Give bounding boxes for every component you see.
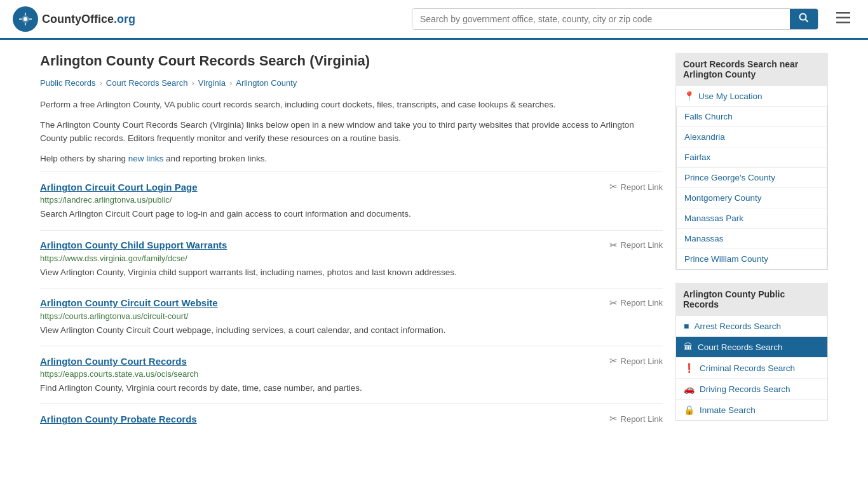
hamburger-menu-button[interactable] (831, 8, 855, 30)
description-2: The Arlington County Court Records Searc… (40, 118, 663, 146)
breadcrumb: Public Records › Court Records Search › … (40, 78, 663, 88)
nearby-link[interactable]: Prince George's County (677, 168, 827, 187)
nearby-link[interactable]: Manassas Park (677, 208, 827, 228)
search-input[interactable] (412, 9, 790, 29)
scissors-icon: ✂ (609, 240, 618, 251)
svg-line-3 (806, 20, 808, 22)
report-link-button[interactable]: ✂ Report Link (609, 297, 663, 309)
result-title[interactable]: Arlington Circuit Court Login Page (40, 182, 198, 193)
list-item: Manassas Park (677, 208, 827, 229)
list-item: 🚗 Driving Records Search (676, 379, 827, 400)
criminal-records-link[interactable]: ❗ Criminal Records Search (676, 358, 827, 378)
use-my-location-link[interactable]: Use My Location (698, 92, 763, 101)
breadcrumb-sep-1: › (99, 78, 102, 88)
result-url: https://landrec.arlingtonva.us/public/ (40, 195, 663, 205)
breadcrumb-sep-2: › (191, 78, 194, 88)
description-3: Help others by sharing new links and rep… (40, 152, 663, 166)
nearby-box: Court Records Search near Arlington Coun… (675, 53, 828, 270)
inmate-search-link[interactable]: 🔒 Inmate Search (676, 400, 827, 420)
result-url: https://eapps.courts.state.va.us/ocis/se… (40, 369, 663, 379)
nearby-link[interactable]: Alexandria (677, 127, 827, 147)
list-item: Prince George's County (677, 168, 827, 188)
public-records-box: Arlington County Public Records ■ Arrest… (675, 283, 828, 421)
driving-icon: 🚗 (684, 384, 695, 394)
list-item: ■ Arrest Records Search (676, 316, 827, 337)
nearby-link[interactable]: Manassas (677, 229, 827, 248)
content-area: Arlington County Court Records Search (V… (40, 53, 663, 436)
result-title[interactable]: Arlington County Court Records (40, 356, 187, 367)
report-link-button[interactable]: ✂ Report Link (609, 413, 663, 424)
result-item: Arlington County Court Records ✂ Report … (40, 346, 663, 403)
report-link-button[interactable]: ✂ Report Link (609, 355, 663, 367)
inmate-icon: 🔒 (684, 405, 695, 415)
search-bar (412, 8, 818, 30)
svg-rect-4 (836, 12, 850, 14)
arrest-icon: ■ (684, 321, 689, 331)
svg-point-2 (800, 14, 806, 20)
breadcrumb-arlington-county[interactable]: Arlington County (236, 78, 297, 88)
result-item: Arlington County Circuit Court Website ✂… (40, 288, 663, 346)
nearby-link[interactable]: Montgomery County (677, 188, 827, 208)
svg-point-1 (24, 17, 27, 21)
scissors-icon: ✂ (609, 297, 618, 309)
nearby-link[interactable]: Falls Church (677, 107, 827, 126)
scissors-icon: ✂ (609, 355, 618, 367)
result-header: Arlington County Probate Records ✂ Repor… (40, 413, 663, 424)
nearby-link[interactable]: Fairfax (677, 147, 827, 167)
list-item: Manassas (677, 229, 827, 249)
result-url: https://www.dss.virginia.gov/family/dcse… (40, 254, 663, 263)
svg-rect-5 (836, 17, 850, 19)
page-title: Arlington County Court Records Search (V… (40, 53, 663, 69)
breadcrumb-public-records[interactable]: Public Records (40, 78, 95, 88)
driving-records-link[interactable]: 🚗 Driving Records Search (676, 379, 827, 399)
report-link-button[interactable]: ✂ Report Link (609, 240, 663, 251)
result-header: Arlington Circuit Court Login Page ✂ Rep… (40, 181, 663, 193)
list-item: Prince William County (677, 249, 827, 269)
arrest-records-link[interactable]: ■ Arrest Records Search (676, 316, 827, 336)
sidebar: Court Records Search near Arlington Coun… (675, 53, 828, 436)
report-link-button[interactable]: ✂ Report Link (609, 181, 663, 193)
nearby-list: Falls Church Alexandria Fairfax Prince G… (676, 107, 827, 269)
results-list: Arlington Circuit Court Login Page ✂ Rep… (40, 172, 663, 436)
header: CountyOffice.org (0, 0, 868, 40)
use-my-location-item: 📍 Use My Location (676, 86, 827, 107)
public-records-list: ■ Arrest Records Search 🏛 Court Records … (675, 316, 828, 421)
list-item: 🔒 Inmate Search (676, 400, 827, 420)
criminal-icon: ❗ (684, 363, 695, 373)
pin-icon: 📍 (684, 91, 695, 101)
scissors-icon: ✂ (609, 413, 618, 424)
result-header: Arlington County Child Support Warrants … (40, 240, 663, 251)
result-item: Arlington County Child Support Warrants … (40, 230, 663, 288)
list-item: Falls Church (677, 107, 827, 127)
svg-rect-6 (836, 22, 850, 24)
result-item: Arlington County Probate Records ✂ Repor… (40, 403, 663, 436)
nearby-link[interactable]: Prince William County (677, 249, 827, 269)
list-item: 🏛 Court Records Search (676, 337, 827, 358)
main-wrapper: Arlington County Court Records Search (V… (27, 40, 841, 449)
result-title[interactable]: Arlington County Child Support Warrants (40, 240, 227, 250)
list-item: Fairfax (677, 147, 827, 168)
result-title[interactable]: Arlington County Circuit Court Website (40, 297, 218, 308)
logo[interactable]: CountyOffice.org (13, 6, 135, 32)
result-description: View Arlington County, Virginia child su… (40, 266, 663, 279)
breadcrumb-court-records[interactable]: Court Records Search (106, 78, 188, 88)
list-item: Montgomery County (677, 188, 827, 208)
result-item: Arlington Circuit Court Login Page ✂ Rep… (40, 172, 663, 229)
result-url: https://courts.arlingtonva.us/circuit-co… (40, 311, 663, 321)
result-header: Arlington County Court Records ✂ Report … (40, 355, 663, 367)
search-button[interactable] (790, 9, 818, 29)
breadcrumb-virginia[interactable]: Virginia (198, 78, 226, 88)
nearby-header: Court Records Search near Arlington Coun… (675, 53, 828, 86)
breadcrumb-sep-3: › (229, 78, 232, 88)
result-title[interactable]: Arlington County Probate Records (40, 414, 197, 424)
court-icon: 🏛 (684, 342, 693, 352)
list-item: ❗ Criminal Records Search (676, 358, 827, 379)
court-records-link[interactable]: 🏛 Court Records Search (676, 337, 827, 357)
scissors-icon: ✂ (609, 181, 618, 193)
new-links-link[interactable]: new links (128, 154, 164, 163)
public-records-header: Arlington County Public Records (675, 283, 828, 316)
list-item: Alexandria (677, 127, 827, 147)
logo-text: CountyOffice.org (42, 13, 135, 26)
description-1: Perform a free Arlington County, VA publ… (40, 98, 663, 112)
result-description: Find Arlington County, Virginia court re… (40, 382, 663, 395)
